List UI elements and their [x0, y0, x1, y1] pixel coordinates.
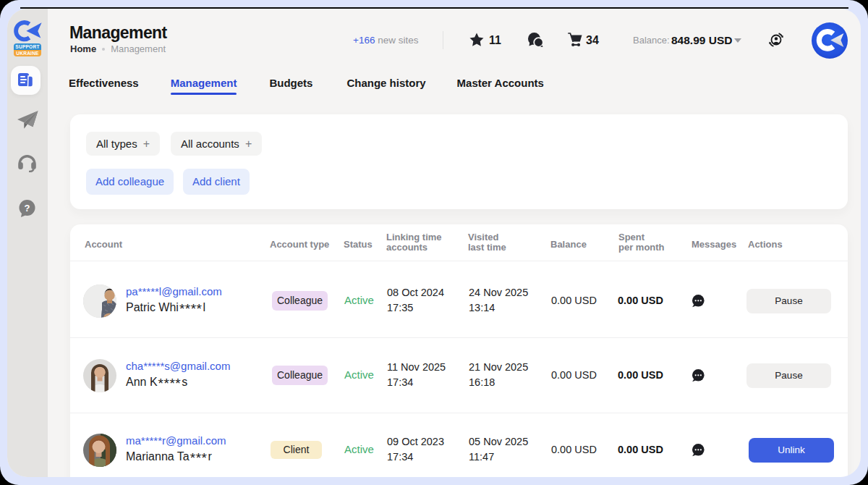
- svg-text:?: ?: [25, 203, 30, 214]
